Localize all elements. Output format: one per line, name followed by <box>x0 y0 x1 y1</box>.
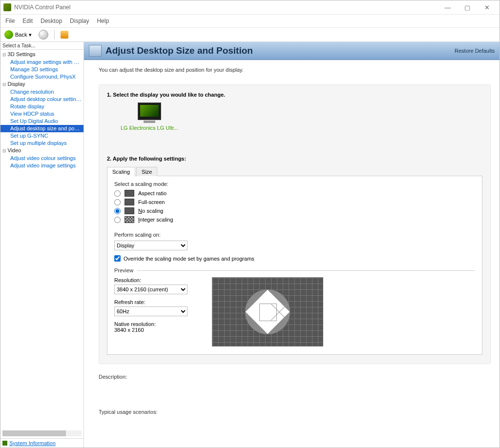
sysinfo-icon <box>2 441 7 446</box>
content-area: Adjust Desktop Size and Position Restore… <box>84 42 500 448</box>
tree-cat-display[interactable]: Display <box>0 81 83 88</box>
perform-scaling-select[interactable]: Display <box>114 241 188 250</box>
nvidia-logo-icon <box>3 3 11 11</box>
menu-edit[interactable]: Edit <box>20 17 36 25</box>
close-button[interactable]: ✕ <box>477 1 497 13</box>
task-tree: 3D Settings Adjust image settings with p… <box>0 50 83 430</box>
resolution-select[interactable]: 3840 x 2160 (current) <box>114 285 188 294</box>
integer-icon <box>125 216 134 223</box>
tree-adjust-desktop-size[interactable]: Adjust desktop size and position <box>0 125 83 132</box>
monitor-label: LG Electronics LG Ultr... <box>121 125 178 131</box>
back-dropdown-icon[interactable]: ▾ <box>29 32 32 38</box>
menu-display[interactable]: Display <box>67 17 92 25</box>
select-mode-label: Select a scaling mode: <box>114 181 475 187</box>
tree-adjust-colour[interactable]: Adjust desktop colour settings <box>0 96 83 103</box>
home-icon <box>61 31 68 39</box>
tab-scaling[interactable]: Scaling <box>107 167 135 176</box>
native-resolution-label: Native resolution: <box>114 321 192 327</box>
page-title: Adjust Desktop Size and Position <box>105 45 455 56</box>
scaling-tab-content: Select a scaling mode: Aspect ratio Full… <box>107 176 482 355</box>
tree-manage-3d[interactable]: Manage 3D settings <box>0 66 83 73</box>
restore-defaults-link[interactable]: Restore Defaults <box>455 48 495 54</box>
titlebar: NVIDIA Control Panel — ▢ ✕ <box>0 0 500 15</box>
back-icon <box>4 30 13 39</box>
sidebar-header: Select a Task... <box>0 42 83 50</box>
sidebar-scrollbar[interactable] <box>2 430 82 436</box>
intro-text: You can adjust the desktop size and posi… <box>99 64 491 84</box>
step1-label: 1. Select the display you would like to … <box>107 92 482 98</box>
resolution-label: Resolution: <box>114 277 192 283</box>
tree-change-resolution[interactable]: Change resolution <box>0 88 83 96</box>
tree-cat-3d[interactable]: 3D Settings <box>0 51 83 59</box>
usage-label: Typical usage scenarios: <box>99 409 491 415</box>
preview-graphic <box>212 277 323 346</box>
native-resolution-value: 3840 x 2160 <box>114 327 192 333</box>
noscaling-icon <box>125 207 134 214</box>
radio-full-screen[interactable]: Full-screen <box>114 199 475 205</box>
forward-icon <box>39 30 48 40</box>
nvidia-control-panel-window: NVIDIA Control Panel — ▢ ✕ File Edit Des… <box>0 0 500 448</box>
home-button[interactable] <box>59 29 70 40</box>
monitor-icon <box>138 102 161 120</box>
perform-scaling-label: Perform scaling on: <box>114 232 475 238</box>
refresh-label: Refresh rate: <box>114 299 192 305</box>
menubar: File Edit Desktop Display Help <box>0 15 500 28</box>
menu-file[interactable]: File <box>2 17 18 25</box>
menu-help[interactable]: Help <box>94 17 112 25</box>
fullscreen-icon <box>125 199 134 205</box>
tree-video-colour[interactable]: Adjust video colour settings <box>0 155 83 162</box>
tree-gsync[interactable]: Set up G-SYNC <box>0 132 83 140</box>
tree-configure-surround[interactable]: Configure Surround, PhysX <box>0 73 83 81</box>
radio-aspect-ratio[interactable]: Aspect ratio <box>114 190 475 197</box>
toolbar: Back ▾ <box>0 28 500 42</box>
radio-no-scaling[interactable]: No scaling <box>114 207 475 214</box>
tree-hdcp[interactable]: View HDCP status <box>0 110 83 118</box>
tree-multiple-displays[interactable]: Set up multiple displays <box>0 140 83 147</box>
forward-button[interactable] <box>37 29 50 40</box>
settings-tabs: Scaling Size <box>107 166 482 176</box>
override-checkbox[interactable]: Override the scaling mode set by games a… <box>114 255 475 262</box>
step2-label: 2. Apply the following settings: <box>107 156 482 162</box>
tree-digital-audio[interactable]: Set Up Digital Audio <box>0 118 83 125</box>
system-information-link[interactable]: System Information <box>2 440 82 446</box>
description-label: Description: <box>99 374 491 380</box>
maximize-button[interactable]: ▢ <box>458 1 477 13</box>
minimize-button[interactable]: — <box>438 1 458 13</box>
preview-label: Preview <box>114 267 133 273</box>
aspect-icon <box>125 190 134 197</box>
tab-size[interactable]: Size <box>136 167 157 176</box>
menu-desktop[interactable]: Desktop <box>38 17 65 25</box>
sidebar: Select a Task... 3D Settings Adjust imag… <box>0 42 84 448</box>
back-button[interactable]: Back ▾ <box>2 29 34 40</box>
tree-cat-video[interactable]: Video <box>0 147 83 155</box>
refresh-select[interactable]: 60Hz <box>114 306 188 316</box>
window-title: NVIDIA Control Panel <box>14 4 70 11</box>
tree-adjust-image-settings[interactable]: Adjust image settings with preview <box>0 59 83 66</box>
tree-video-image[interactable]: Adjust video image settings <box>0 162 83 169</box>
page-header: Adjust Desktop Size and Position Restore… <box>84 42 500 60</box>
settings-panel: 1. Select the display you would like to … <box>99 84 491 364</box>
page-icon <box>89 45 102 57</box>
radio-integer-scaling[interactable]: Integer scaling <box>114 216 475 223</box>
display-selector-lg[interactable]: LG Electronics LG Ultr... <box>121 102 178 131</box>
tree-rotate-display[interactable]: Rotate display <box>0 103 83 110</box>
